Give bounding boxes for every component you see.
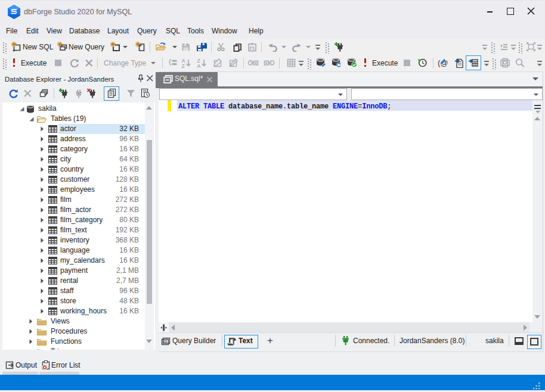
- svg-text:A: A: [197, 63, 201, 69]
- svg-text:Z: Z: [182, 63, 185, 69]
